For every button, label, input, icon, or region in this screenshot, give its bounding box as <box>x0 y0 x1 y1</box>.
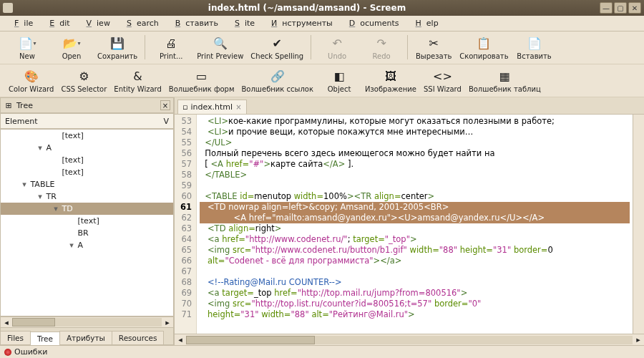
print preview-icon: 🔍 <box>213 35 228 51</box>
tree-node-td[interactable]: ▾ TD <box>1 203 173 215</box>
tb-сохранить[interactable]: 💾Сохранить <box>94 34 140 62</box>
tree-node-text[interactable]: [text] <box>1 130 173 142</box>
code-line-54[interactable]: <LI>и прочие вещи, которые покажутся мне… <box>200 127 630 137</box>
code-line-71[interactable]: height="31" width="88" alt="Рейтинг@Mail… <box>200 309 630 320</box>
menu-edit[interactable]: Edit <box>39 17 74 29</box>
dom-tree[interactable]: [text]▾ A [text] [text]▾ TABLE▾ TR▾ TD [… <box>0 129 174 316</box>
tb-undo: ↶Undo <box>316 34 358 62</box>
tb-entity-wizard[interactable]: &Entity Wizard <box>111 67 164 95</box>
code-line-63[interactable]: <TD align=right> <box>200 223 630 234</box>
code-line-69[interactable]: <a target=_top href="http://top.mail.ru/… <box>200 288 630 299</box>
tree-node-text[interactable]: [text] <box>1 215 173 227</box>
file-tab-label: index.html <box>190 102 233 112</box>
tree-hscroll[interactable]: ◂ ▸ <box>0 316 174 328</box>
scroll-right-icon[interactable]: ▸ <box>162 318 173 327</box>
tb-волшебник-ссылок[interactable]: 🔗Волшебник ссылок <box>238 67 316 95</box>
code-area[interactable]: <LI>кое-какие программулины, которые мог… <box>197 115 633 334</box>
tb-css-selector[interactable]: ⚙CSS Selector <box>58 67 109 95</box>
css selector-icon: ⚙ <box>76 68 92 84</box>
scroll-thumb[interactable] <box>12 318 55 326</box>
editor-panel: ▫ index.html × 5354555657585960616263646… <box>175 97 644 345</box>
tree-node-br[interactable]: BR <box>1 227 173 239</box>
close-icon[interactable]: × <box>235 103 241 111</box>
tb-волшебник-таблиц[interactable]: ▦Волшебник таблиц <box>466 67 544 95</box>
entity wizard-icon: & <box>130 68 146 84</box>
minimize-button[interactable]: — <box>600 2 613 14</box>
color wizard-icon: 🎨 <box>24 68 39 84</box>
scroll-thumb[interactable] <box>186 336 315 344</box>
tb-вставить[interactable]: 📄Вставить <box>513 34 556 62</box>
maximize-button[interactable]: ▢ <box>614 2 627 14</box>
left-tab-files[interactable]: Files <box>0 331 31 344</box>
code-line-62[interactable]: <A href="mailto:amsand@yandex.ru"><U>ams… <box>200 213 630 223</box>
tree-node-text[interactable]: [text] <box>1 166 173 178</box>
code-line-55[interactable]: </UL> <box>200 137 630 148</box>
tb-изображение[interactable]: 🖼Изображение <box>362 67 419 95</box>
menu-documents[interactable]: Documents <box>339 17 404 29</box>
scroll-left-icon[interactable]: ◂ <box>175 335 186 344</box>
toolbar-wizards: 🎨Color Wizard⚙CSS Selector&Entity Wizard… <box>0 64 644 97</box>
tree-icon: ⊞ <box>4 100 14 110</box>
tb-скопировать[interactable]: 📋Скопировать <box>457 34 511 62</box>
undo-icon: ↶ <box>329 35 345 51</box>
scroll-right-icon[interactable]: ▸ <box>633 335 644 344</box>
code-line-58[interactable]: </TABLE> <box>200 170 630 180</box>
code-line-70[interactable]: <img src="http://top.list.ru/counter?id=… <box>200 299 630 309</box>
tree-node-text[interactable]: [text] <box>1 154 173 166</box>
вставить-icon: 📄 <box>527 35 542 51</box>
status-label: Ошибки <box>14 347 47 357</box>
code-line-66[interactable]: alt="Codenet - всё для программиста"></a… <box>200 256 630 266</box>
code-editor[interactable]: 53545556575859606162636465666768697071 <… <box>175 115 644 334</box>
menu-file[interactable]: File <box>4 17 38 29</box>
close-button[interactable]: ✕ <box>628 2 641 14</box>
code-line-60[interactable]: <TABLE id=menutop width=100%><TR align=c… <box>200 191 630 202</box>
code-line-59[interactable] <box>200 180 630 191</box>
tb-color-wizard[interactable]: 🎨Color Wizard <box>6 67 57 95</box>
left-tab-tree[interactable]: Tree <box>30 332 60 345</box>
tb-open[interactable]: 📂▾Open <box>50 34 93 62</box>
left-tab-атрибуты[interactable]: Атрибуты <box>59 331 112 344</box>
new-icon: 📄▾ <box>19 35 35 51</box>
tb-print-preview[interactable]: 🔍Print Preview <box>194 34 246 62</box>
left-tab-resources[interactable]: Resources <box>112 331 165 344</box>
изображение-icon: 🖼 <box>383 68 399 84</box>
волшебник ссылок-icon: 🔗 <box>270 68 286 84</box>
code-line-68[interactable]: <!--Rating@Mail.ru COUNTER--> <box>200 277 630 288</box>
line-gutter: 53545556575859606162636465666768697071 <box>175 115 197 334</box>
check spelling-icon: ✔ <box>269 35 285 51</box>
code-line-56[interactable]: Полный перечень всего здесь имеющегося м… <box>200 148 630 159</box>
tb-волшебник-форм[interactable]: ▭Волшебник форм <box>166 67 238 95</box>
tree-panel-label: Tree <box>16 101 33 110</box>
menu-view[interactable]: View <box>77 17 115 29</box>
menu-help[interactable]: Help <box>406 17 444 29</box>
file-tabs: ▫ index.html × <box>175 97 644 115</box>
editor-hscroll[interactable]: ◂ ▸ <box>175 334 644 345</box>
menu-вставить[interactable]: Вставить <box>165 17 223 29</box>
tb-new[interactable]: 📄▾New <box>6 34 49 62</box>
menu-site[interactable]: Site <box>225 17 260 29</box>
code-line-67[interactable] <box>200 266 630 277</box>
code-line-61[interactable]: <TD nowrap align=left>&copy; Amsand, 200… <box>200 202 630 213</box>
tb-object[interactable]: ◧Object <box>318 67 361 95</box>
toolbar-main: 📄▾New📂▾Open💾Сохранить🖨Print...🔍Print Pre… <box>0 32 644 64</box>
tb-print-[interactable]: 🖨Print... <box>150 34 192 62</box>
tree-panel-close[interactable]: × <box>160 100 170 110</box>
tree-node-a[interactable]: ▾ A <box>1 239 173 251</box>
tree-node-table[interactable]: ▾ TABLE <box>1 178 173 190</box>
file-tab-index[interactable]: ▫ index.html × <box>177 100 247 114</box>
code-line-53[interactable]: <LI>кое-какие программулины, которые мог… <box>200 116 630 127</box>
code-line-65[interactable]: <img src="http://www.codenet.ru/button/b… <box>200 245 630 256</box>
menu-search[interactable]: Search <box>117 17 164 29</box>
code-line-57[interactable]: [ <A href="#">карте сайта</A> ]. <box>200 159 630 170</box>
tree-panel-title: ⊞ Tree × <box>0 97 174 113</box>
scroll-left-icon[interactable]: ◂ <box>1 318 12 327</box>
tree-node-a[interactable]: ▾ A <box>1 142 173 154</box>
tb-ssi-wizard[interactable]: <>SSI Wizard <box>421 67 464 95</box>
error-icon <box>4 349 11 356</box>
tb-check-spelling[interactable]: ✔Check Spelling <box>248 34 306 62</box>
tb-вырезать[interactable]: ✂Вырезать <box>412 34 455 62</box>
menu-инструменты[interactable]: Инструменты <box>261 17 338 29</box>
code-line-64[interactable]: <a href="http://www.codenet.ru/"; target… <box>200 234 630 245</box>
tree-node-tr[interactable]: ▾ TR <box>1 190 173 203</box>
editor-vscroll[interactable] <box>633 115 644 334</box>
